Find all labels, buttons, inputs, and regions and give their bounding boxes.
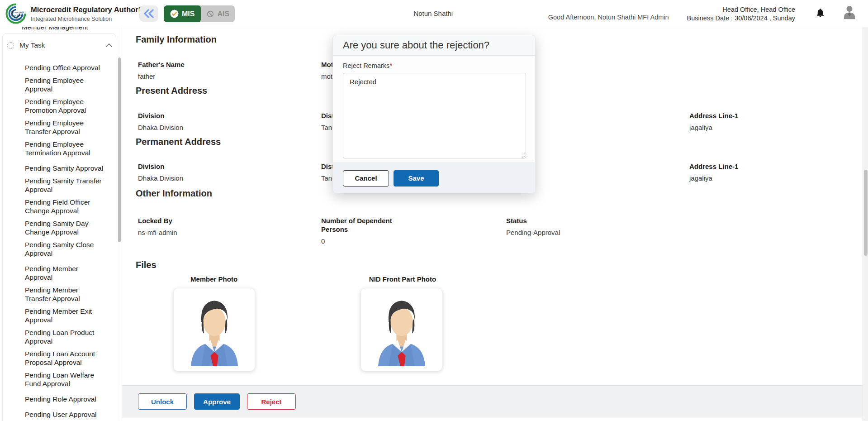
member-photo-caption: Member Photo <box>169 275 259 283</box>
sidebar-item-pending-employee-transfer-approval[interactable]: Pending Employee Transfer Approval <box>25 119 105 136</box>
section-family-information: Family Information <box>136 34 217 45</box>
svg-text:Microcredit: Microcredit <box>11 11 24 14</box>
field-number-of-dependent-persons: Number of Dependent Persons 0 <box>321 216 403 245</box>
svg-text:Authority: Authority <box>11 17 23 20</box>
dialog-footer: Cancel Save <box>333 163 535 193</box>
sidebar-item-pending-employee-promotion-approval[interactable]: Pending Employee Promotion Approval <box>25 97 105 115</box>
sidebar-section-my-task[interactable]: My Task <box>7 40 116 51</box>
field-permanent-address-line-1: Address Line-1 jagaliya <box>689 162 773 182</box>
greeting-text: Good Afternoon, Notun Shathi MFI Admin <box>548 14 669 21</box>
sidebar-collapse-button[interactable] <box>139 5 158 22</box>
section-files: Files <box>136 260 157 270</box>
dialog-title: Are you sure about the rejection? <box>343 39 489 51</box>
sidebar-item-pending-field-officer-change-approval[interactable]: Pending Field Officer Change Approval <box>25 198 105 215</box>
nid-front-photo-thumbnail[interactable] <box>360 288 442 371</box>
brand: Microcredit Regulatory Authority Microcr… <box>5 3 147 24</box>
sidebar-item-pending-employee-approval[interactable]: Pending Employee Approval <box>25 76 105 93</box>
sidebar: Member Management My Task Pending Office… <box>0 27 122 421</box>
check-circle-icon <box>170 10 179 18</box>
field-status: Status Pending-Approval <box>506 216 590 237</box>
mra-logo-icon: Microcredit Regulatory Authority <box>5 3 26 24</box>
reject-button[interactable]: Reject <box>247 393 296 410</box>
double-chevron-left-icon <box>143 9 155 18</box>
business-date: Business Date : 30/06/2024 , Sunday <box>687 14 795 23</box>
my-task-list: Pending Office Approval Pending Employee… <box>25 63 107 421</box>
mis-label: MIS <box>182 10 194 18</box>
field-fathers-name: Father's Name father <box>138 60 222 81</box>
svg-text:Regulatory: Regulatory <box>10 14 24 17</box>
field-present-address-line-1: Address Line-1 jagaliya <box>689 111 773 132</box>
sidebar-item-pending-member-approval[interactable]: Pending Member Approval <box>25 264 105 282</box>
save-button[interactable]: Save <box>394 170 439 187</box>
app-title: Microcredit Regulatory Authority <box>31 5 147 14</box>
office-name: Head Office, Head Office <box>687 5 795 14</box>
sidebar-item-pending-samity-close-approval[interactable]: Pending Samity Close Approval <box>25 240 105 258</box>
page-scrollbar-thumb[interactable] <box>864 170 868 256</box>
dialog-header: Are you sure about the rejection? <box>333 35 535 56</box>
sidebar-item-pending-samity-transfer-approval[interactable]: Pending Samity Transfer Approval <box>25 177 105 194</box>
sidebar-item-pending-samity-day-change-approval[interactable]: Pending Samity Day Change Approval <box>25 219 105 236</box>
mis-tab[interactable]: MIS <box>164 5 201 22</box>
approval-action-bar: Unlock Approve Reject <box>122 385 868 417</box>
sidebar-item-clipped-top[interactable]: Member Management <box>22 27 112 32</box>
page-scrollbar[interactable] <box>863 27 868 421</box>
block-icon <box>206 10 214 18</box>
status-value: Pending-Approval <box>506 228 590 237</box>
field-locked-by: Locked By ns-mfi-admin <box>138 216 222 237</box>
page-context-title: Notun Shathi <box>413 10 453 17</box>
field-present-division: Division Dhaka Division <box>138 111 222 132</box>
field-permanent-division: Division Dhaka Division <box>138 162 222 182</box>
chevron-up-icon[interactable] <box>105 43 113 48</box>
sidebar-item-pending-loan-product-approval[interactable]: Pending Loan Product Approval <box>25 328 105 345</box>
sidebar-item-pending-loan-account-proposal-approval[interactable]: Pending Loan Account Proposal Approval <box>25 349 105 367</box>
ais-tab[interactable]: AIS <box>201 5 235 22</box>
approve-button[interactable]: Approve <box>194 393 240 410</box>
reject-remarks-label: Reject Remarks* <box>343 62 525 69</box>
required-asterisk: * <box>389 62 392 69</box>
my-task-label: My Task <box>19 41 45 49</box>
sidebar-item-pending-employee-termination-approval[interactable]: Pending Employee Termination Approval <box>25 140 105 157</box>
member-photo-thumbnail[interactable] <box>173 288 255 371</box>
sidebar-scrollbar-thumb[interactable] <box>118 57 121 242</box>
sidebar-item-pending-role-approval[interactable]: Pending Role Approval <box>25 395 105 403</box>
person-photo-placeholder-icon <box>368 293 436 366</box>
task-circle-icon <box>7 42 14 49</box>
sidebar-item-pending-office-approval[interactable]: Pending Office Approval <box>25 63 105 72</box>
avatar-person-icon <box>842 4 857 21</box>
sidebar-item-pending-member-exit-approval[interactable]: Pending Member Exit Approval <box>25 307 105 324</box>
reject-remarks-textarea[interactable]: Rejected <box>343 73 526 158</box>
mis-ais-toggle: MIS AIS <box>164 5 235 22</box>
sidebar-item-pending-member-transfer-approval[interactable]: Pending Member Transfer Approval <box>25 286 105 303</box>
section-other-information: Other Information <box>136 188 212 199</box>
sidebar-item-pending-samity-approval[interactable]: Pending Samity Approval <box>25 164 105 172</box>
ais-label: AIS <box>217 10 229 18</box>
person-photo-placeholder-icon <box>180 293 248 366</box>
section-permanent-address: Permanent Address <box>136 137 221 147</box>
section-present-address: Present Address <box>136 86 207 96</box>
cancel-button[interactable]: Cancel <box>343 170 389 187</box>
app-subtitle: Integrated Microfinance Solution <box>31 16 147 22</box>
reject-confirmation-dialog: Are you sure about the rejection? Reject… <box>332 35 536 193</box>
sidebar-item-pending-loan-welfare-fund-approval[interactable]: Pending Loan Welfare Fund Approval <box>25 371 105 388</box>
app-header: Microcredit Regulatory Authority Microcr… <box>0 0 868 27</box>
user-avatar-button[interactable] <box>842 4 857 23</box>
sidebar-item-pending-user-approval[interactable]: Pending User Approval <box>25 410 105 419</box>
nid-photo-caption: NID Front Part Photo <box>357 275 448 283</box>
unlock-button[interactable]: Unlock <box>138 393 187 410</box>
notifications-button[interactable] <box>815 7 825 20</box>
dialog-body: Reject Remarks* Rejected <box>333 56 535 160</box>
office-info: Head Office, Head Office Business Date :… <box>687 5 795 23</box>
bell-icon <box>815 7 825 19</box>
